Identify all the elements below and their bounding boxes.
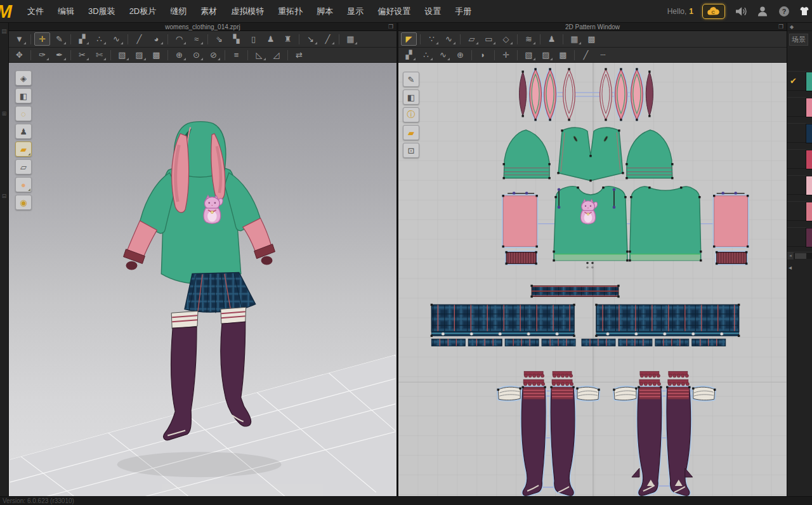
info-icon[interactable]: ⓘ bbox=[403, 107, 419, 122]
render-style-icon[interactable]: ◈ bbox=[15, 70, 32, 86]
menu-preferences[interactable]: 偏好设置 bbox=[370, 0, 417, 23]
skirt-panel-right[interactable] bbox=[596, 305, 739, 336]
sewing-steam-tool-icon[interactable]: ◠ bbox=[171, 32, 187, 46]
open-garment-icon[interactable]: ▯ bbox=[246, 32, 261, 46]
swatch-scrollbar[interactable]: ◂ bbox=[787, 252, 812, 259]
float-window-icon[interactable]: ❐ bbox=[388, 23, 393, 30]
fabric-swatch-4[interactable] bbox=[787, 149, 812, 169]
menu-2d-pattern[interactable]: 2D板片 bbox=[122, 0, 164, 23]
2d-window-titlebar[interactable]: 2D Pattern Window ❐ bbox=[398, 23, 787, 31]
edit-texture-3d-icon[interactable]: ▧ bbox=[114, 48, 130, 62]
flattening-icon[interactable]: ◺ bbox=[251, 48, 267, 62]
fasten-button-icon[interactable]: ⊘ bbox=[206, 48, 221, 62]
sculpt-tool-icon[interactable]: ✂ bbox=[74, 48, 90, 62]
line-tack-tool-icon[interactable]: ╱ bbox=[131, 32, 147, 46]
mn-sewing-2d-icon[interactable]: ∿ bbox=[435, 48, 451, 62]
sleeve-pattern-left[interactable] bbox=[503, 196, 537, 247]
auto-sewing-icon[interactable]: ⊕ bbox=[452, 48, 468, 62]
front-bodice[interactable] bbox=[554, 187, 627, 269]
tuck-tool-icon[interactable]: ✄ bbox=[91, 48, 107, 62]
2d-pattern-canvas[interactable] bbox=[398, 63, 787, 496]
menu-display[interactable]: 显示 bbox=[340, 0, 370, 23]
select-move-tool-icon[interactable]: ✛ bbox=[34, 32, 50, 46]
cuff-pattern-left[interactable] bbox=[506, 253, 536, 264]
fold-arrangement-tool-icon[interactable]: ⇘ bbox=[211, 32, 227, 46]
measure-tape-icon[interactable]: ┄ bbox=[595, 48, 611, 62]
scrollbar-thumb[interactable] bbox=[795, 253, 806, 259]
collapsed-panel-icon-1[interactable]: ▤ bbox=[1, 28, 7, 34]
dart-tool-icon[interactable]: ◇ bbox=[498, 32, 514, 46]
measure-line-icon[interactable]: ╱ bbox=[578, 48, 594, 62]
menu-3d-garment[interactable]: 3D服装 bbox=[81, 0, 122, 23]
scroll-left-icon[interactable]: ◂ bbox=[787, 253, 794, 259]
ear-piece[interactable] bbox=[544, 69, 556, 120]
back-bodice[interactable] bbox=[630, 187, 701, 261]
3d-viewport[interactable]: ◈◧◌♟▰▱●◉ bbox=[9, 63, 396, 496]
polygon-tool-icon[interactable]: ▱ bbox=[464, 32, 480, 46]
simulate-icon[interactable]: ▼ bbox=[11, 32, 27, 46]
avatar-tack-tool-icon[interactable]: ◕ bbox=[148, 32, 164, 46]
brush-hand-icon[interactable]: ✎ bbox=[403, 72, 419, 87]
avatar-silhouette-icon[interactable]: ♟ bbox=[544, 32, 560, 46]
collapsed-panel-icon-2[interactable]: ⊞ bbox=[2, 110, 7, 117]
grid-pattern-icon[interactable]: ▩ bbox=[584, 32, 599, 46]
segment-sewing-tool-icon[interactable]: ▞ bbox=[74, 32, 90, 46]
pattern-hood[interactable] bbox=[503, 128, 674, 181]
sphere-tack-display-icon[interactable]: ◉ bbox=[15, 195, 32, 210]
arrange-avatar-icon[interactable]: ♟ bbox=[263, 32, 278, 46]
ear-piece[interactable] bbox=[631, 69, 643, 120]
grading-cursor-icon[interactable]: ▦ bbox=[566, 32, 582, 46]
edit-pattern-tool-icon[interactable]: ∵ bbox=[424, 32, 440, 46]
pattern-3d-icon[interactable]: ▨ bbox=[131, 48, 147, 62]
style-line-icon[interactable]: ↘ bbox=[303, 32, 318, 46]
show-pattern-paper-icon[interactable]: ▰ bbox=[15, 141, 32, 157]
rectangle-tool-icon[interactable]: ▭ bbox=[481, 32, 497, 46]
menu-avatar[interactable]: 虚拟模特 bbox=[224, 0, 271, 23]
fabric-swatch-3[interactable] bbox=[787, 123, 812, 143]
measure-3d-icon[interactable]: ╱ bbox=[320, 32, 336, 46]
free-sewing-2d-icon[interactable]: ∴ bbox=[418, 48, 434, 62]
speaker-icon[interactable] bbox=[734, 5, 747, 18]
menu-retopology[interactable]: 重拓扑 bbox=[271, 0, 310, 23]
hide-pattern-paper-icon[interactable]: ▱ bbox=[15, 159, 32, 174]
steam-iron-icon[interactable]: ◗ bbox=[475, 48, 491, 62]
fabric-swatch-6[interactable] bbox=[787, 201, 812, 221]
ear-piece[interactable] bbox=[530, 69, 542, 120]
garment-icon[interactable] bbox=[799, 4, 809, 18]
user-icon[interactable] bbox=[756, 5, 769, 18]
cuff-pattern-right[interactable] bbox=[717, 253, 747, 264]
ear-piece[interactable] bbox=[615, 69, 627, 120]
fabric-swatch-2[interactable] bbox=[787, 97, 812, 117]
segment-sewing-2d-icon[interactable]: ▞ bbox=[401, 48, 417, 62]
3d-scene[interactable] bbox=[9, 63, 396, 496]
grading-grid-icon[interactable]: ▦ bbox=[343, 32, 358, 46]
button-icon[interactable]: ⊕ bbox=[171, 48, 187, 62]
transform-pattern-tool-icon[interactable]: ◤ bbox=[401, 32, 417, 46]
dock-arrow-icon[interactable]: ◆ bbox=[790, 24, 794, 30]
help-icon[interactable]: ? bbox=[778, 5, 790, 18]
panel-dock-bar[interactable]: ◆ bbox=[787, 23, 812, 31]
garment-hand-icon[interactable]: ◧ bbox=[403, 89, 419, 105]
fabric-swatch-5[interactable] bbox=[787, 175, 812, 195]
flattening-all-icon[interactable]: ◿ bbox=[268, 48, 284, 62]
sewing-shrink-tool-icon[interactable]: ≈ bbox=[188, 32, 204, 46]
menu-file[interactable]: 文件 bbox=[20, 0, 51, 23]
avatar-display-icon[interactable]: ♟ bbox=[15, 124, 32, 139]
menu-settings[interactable]: 设置 bbox=[417, 0, 448, 23]
mn-sewing-tool-icon[interactable]: ∿ bbox=[108, 32, 124, 46]
garment-3d[interactable] bbox=[124, 122, 275, 440]
fit-to-avatar-icon[interactable]: ♜ bbox=[280, 32, 296, 46]
tab-scene[interactable]: 场景 bbox=[789, 34, 808, 46]
buttonhole-icon[interactable]: ⊙ bbox=[188, 48, 204, 62]
pattern-color-icon[interactable]: ▨ bbox=[538, 48, 554, 62]
pattern-lock-icon[interactable]: ⊡ bbox=[403, 143, 419, 158]
menu-manual[interactable]: 手册 bbox=[448, 0, 478, 23]
pleats-tool-icon[interactable]: ≋ bbox=[521, 32, 537, 46]
pattern-fill-icon[interactable]: ▩ bbox=[555, 48, 571, 62]
float-window-icon[interactable]: ❐ bbox=[778, 23, 783, 30]
cloud-sync-icon[interactable]: C bbox=[702, 4, 725, 19]
menu-sewing[interactable]: 缝纫 bbox=[163, 0, 193, 23]
edit-texture-2d-icon[interactable]: ▧ bbox=[521, 48, 537, 62]
avatar-walk-icon[interactable]: ✥ bbox=[11, 48, 27, 62]
show-garment-icon[interactable]: ◧ bbox=[15, 88, 32, 103]
